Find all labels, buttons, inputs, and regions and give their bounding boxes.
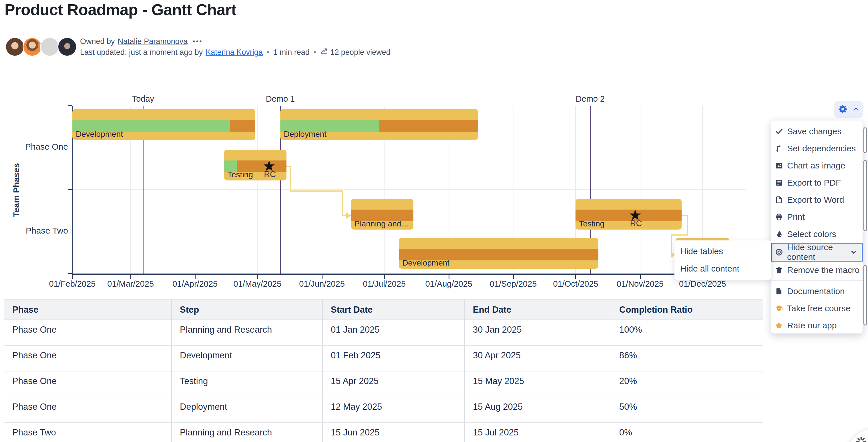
table-cell: 15 Apr 2025 xyxy=(322,371,465,397)
dependency-connector xyxy=(671,234,688,236)
axis-tick xyxy=(257,274,258,279)
axis-tick xyxy=(322,274,322,279)
menu-item-label: Set dependencies xyxy=(787,144,856,153)
menu-divider xyxy=(771,280,863,281)
hide-source-content-submenu: Hide tablesHide all content xyxy=(675,240,771,280)
table-row: Phase OneTesting15 Apr 202515 May 202520… xyxy=(4,371,763,397)
column-header: End Date xyxy=(465,299,611,320)
menu-item-set-dependencies[interactable]: Set dependencies xyxy=(771,140,863,157)
table-cell: 12 May 2025 xyxy=(322,397,465,422)
table-cell: 15 May 2025 xyxy=(465,371,611,397)
macro-settings-menu: Save changesSet dependenciesChart as ima… xyxy=(771,121,863,334)
axis-tick-label: 01/Jun/2025 xyxy=(288,279,356,289)
y-axis-tick xyxy=(68,273,72,274)
table-row: Phase TwoPlanning and Research15 Jun 202… xyxy=(4,422,763,442)
milestone-label: RC xyxy=(257,170,283,179)
menu-item-label: Rate our app xyxy=(787,321,837,330)
course-icon xyxy=(775,304,784,313)
menu-item-label: Remove the macro xyxy=(787,265,860,275)
menu-item-take-free-course[interactable]: Take free course xyxy=(771,300,863,317)
axis-tick-label: 01/Mar/2025 xyxy=(96,279,165,289)
axis-tick xyxy=(448,274,450,279)
submenu-item-hide-tables[interactable]: Hide tables xyxy=(675,242,771,260)
menu-item-label: Print xyxy=(787,212,805,222)
scrollbar-thumb[interactable] xyxy=(863,265,867,326)
phase-label: Phase Two xyxy=(14,226,68,236)
table-row: Phase OnePlanning and Research01 Jan 202… xyxy=(4,320,763,345)
table-cell: 01 Feb 2025 xyxy=(322,345,465,371)
table-cell: 30 Jan 2025 xyxy=(465,320,611,345)
menu-item-select-colors[interactable]: Select colors xyxy=(771,226,863,243)
gantt-bar-development[interactable]: Development xyxy=(399,238,598,269)
table-cell: 15 Jun 2025 xyxy=(322,422,465,442)
trash-icon xyxy=(775,266,784,275)
gear-icon xyxy=(838,104,848,115)
milestone-label: RC xyxy=(623,219,649,228)
menu-item-label: Take free course xyxy=(787,304,850,313)
progress-remaining xyxy=(230,120,256,132)
axis-tick xyxy=(384,274,385,279)
menu-item-label: Save changes xyxy=(787,127,841,136)
doc-icon xyxy=(775,287,784,296)
gantt-bar-deployment[interactable]: Deployment xyxy=(280,109,478,140)
bar-label: Planning and Research xyxy=(354,219,410,229)
phase-label: Phase One xyxy=(14,142,68,151)
menu-item-print[interactable]: Print xyxy=(771,208,863,226)
axis-tick-label: 01/Dec/2025 xyxy=(668,279,737,289)
gantt-bar-planning-and-research[interactable]: Planning and Research xyxy=(351,199,413,230)
marker-label: Demo 2 xyxy=(556,94,624,104)
table-cell: 20% xyxy=(611,371,763,397)
axis-tick-label: 01/Jul/2025 xyxy=(350,279,418,289)
y-axis-title: Team Phases xyxy=(11,106,21,274)
menu-item-documentation[interactable]: Documentation xyxy=(771,283,863,300)
phase-divider-line xyxy=(72,189,746,190)
image-icon xyxy=(775,161,784,170)
menu-item-label: Export to Word xyxy=(787,195,844,205)
table-cell: Phase Two xyxy=(4,422,172,442)
menu-item-export-to-pdf[interactable]: Export to PDF xyxy=(771,174,863,191)
table-cell: 15 Aug 2025 xyxy=(465,397,611,422)
table-cell: Phase One xyxy=(4,397,172,422)
menu-item-label: Chart as image xyxy=(787,161,845,170)
bar-label: Development xyxy=(402,259,450,268)
source-table: PhaseStepStart DateEnd DateCompletion Ra… xyxy=(4,299,763,442)
word-icon xyxy=(775,195,784,204)
progress-remaining xyxy=(379,120,478,132)
table-cell: Phase One xyxy=(4,320,172,345)
menu-item-label: Export to PDF xyxy=(787,178,841,188)
axis-tick xyxy=(513,274,514,279)
colors-icon xyxy=(775,230,784,239)
axis-tick xyxy=(575,274,576,279)
menu-item-remove-the-macro[interactable]: Remove the macro xyxy=(771,262,863,279)
chevron-up-icon xyxy=(852,105,860,114)
pdf-icon xyxy=(775,178,784,187)
table-row: Phase OneDeployment12 May 202515 Aug 202… xyxy=(4,397,763,422)
loading-fab-button[interactable] xyxy=(847,429,868,442)
dependency-connector xyxy=(687,215,688,236)
check-icon xyxy=(775,127,784,136)
menu-item-save-changes[interactable]: Save changes xyxy=(771,123,863,140)
table-cell: Planning and Research xyxy=(172,320,322,345)
table-cell: 15 Jul 2025 xyxy=(465,422,611,442)
axis-tick-label: 01/Apr/2025 xyxy=(161,279,229,289)
gantt-bar-development[interactable]: Development xyxy=(72,109,255,140)
bar-label: Deployment xyxy=(284,130,326,139)
table-cell: 0% xyxy=(611,422,763,442)
scrollbar-thumb[interactable] xyxy=(863,127,867,153)
column-header: Start Date xyxy=(322,299,465,320)
dependency-connector xyxy=(342,215,346,216)
menu-item-chart-as-image[interactable]: Chart as image xyxy=(771,157,863,174)
star-icon xyxy=(775,321,784,330)
menu-item-hide-source-content[interactable]: Hide source content xyxy=(771,243,863,262)
macro-settings-button[interactable] xyxy=(834,101,863,117)
submenu-item-hide-all-content[interactable]: Hide all content xyxy=(675,260,771,277)
menu-item-rate-our-app[interactable]: Rate our app xyxy=(771,317,863,334)
axis-tick-label: 01/Aug/2025 xyxy=(414,279,483,289)
menu-item-export-to-word[interactable]: Export to Word xyxy=(771,191,863,208)
bar-label: Testing xyxy=(227,170,253,179)
scrollbar-thumb[interactable] xyxy=(863,160,867,231)
axis-tick-label: 01/Sep/2025 xyxy=(479,279,548,289)
dependency-connector xyxy=(290,191,343,192)
table-cell: 86% xyxy=(611,345,763,371)
marker-label: Demo 1 xyxy=(246,94,314,104)
